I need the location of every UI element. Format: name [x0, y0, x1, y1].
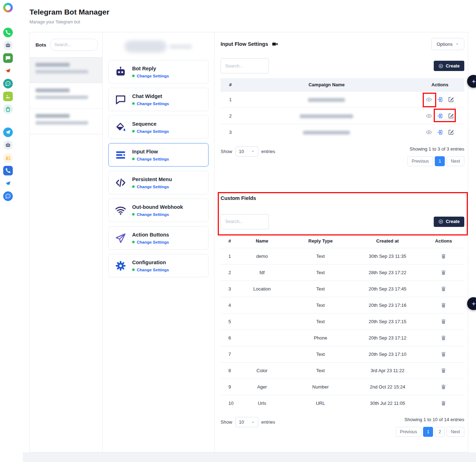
bot-icon[interactable]: [3, 140, 13, 150]
column-header[interactable]: Campaign Name: [238, 78, 416, 92]
reply-type-cell: URL: [289, 395, 352, 411]
change-settings-link[interactable]: Change Settings: [132, 185, 172, 189]
broadcast-icon[interactable]: [3, 179, 13, 188]
chat-app-icon[interactable]: [3, 191, 13, 201]
page-number-button[interactable]: 1: [435, 156, 445, 166]
view-icon[interactable]: [426, 97, 432, 103]
chatbot-icon[interactable]: [3, 40, 13, 50]
change-settings-link[interactable]: Change Settings: [132, 240, 169, 244]
delete-icon[interactable]: [440, 319, 447, 325]
created-at-cell: 3rd Apr 23 11:22: [352, 362, 423, 379]
options-button[interactable]: Options: [431, 38, 464, 50]
change-settings-link[interactable]: Change Settings: [132, 268, 169, 272]
edit-icon[interactable]: [448, 129, 454, 135]
ai-assistant-button[interactable]: [467, 75, 476, 88]
card-action-buttons[interactable]: Action Buttons Change Settings: [108, 226, 209, 250]
change-settings-link[interactable]: Change Settings: [132, 102, 169, 106]
campaign-name-cell: [238, 124, 416, 141]
card-configuration[interactable]: Configuration Change Settings: [108, 254, 209, 277]
blurred-campaign-name: [308, 98, 345, 102]
bot-list-item[interactable]: [30, 83, 102, 109]
campaign-row: 2: [221, 108, 464, 124]
card-sequence[interactable]: Sequence Change Settings: [108, 115, 209, 139]
campaign-table: # Campaign Name Actions: [221, 78, 464, 141]
column-header[interactable]: #: [221, 234, 235, 248]
ai-assistant-button[interactable]: [467, 297, 476, 310]
delete-icon[interactable]: [440, 286, 447, 292]
column-header[interactable]: Name: [235, 234, 289, 248]
edit-icon[interactable]: [448, 97, 454, 103]
next-page-button[interactable]: Next: [447, 427, 464, 437]
card-title: Persistent Menu: [132, 176, 172, 182]
previous-page-button[interactable]: Previous: [396, 427, 422, 437]
next-page-button[interactable]: Next: [447, 156, 464, 166]
column-header[interactable]: Actions: [423, 234, 464, 248]
delete-icon[interactable]: [440, 384, 447, 390]
page-number-button[interactable]: 1: [423, 427, 433, 437]
create-custom-field-button[interactable]: Create: [434, 217, 464, 227]
custom-fields-table: # Name Reply Type: [221, 234, 464, 412]
export-icon[interactable]: [437, 97, 443, 103]
show-label: Show: [221, 419, 232, 425]
delete-icon[interactable]: [440, 335, 447, 341]
shop-icon[interactable]: [3, 104, 13, 114]
export-icon[interactable]: [437, 129, 443, 135]
whatsapp-icon[interactable]: [3, 28, 13, 37]
change-settings-link[interactable]: Change Settings: [132, 212, 183, 217]
actions-cell: [423, 330, 464, 346]
delete-icon[interactable]: [440, 351, 447, 357]
delete-icon[interactable]: [440, 400, 447, 406]
delete-icon[interactable]: [440, 270, 447, 276]
app-logo-icon[interactable]: [3, 3, 13, 12]
page-size-select[interactable]: 10: [236, 146, 258, 157]
column-header[interactable]: Reply Type: [289, 234, 352, 248]
delete-icon[interactable]: [440, 302, 447, 308]
bot-list-item[interactable]: [30, 109, 102, 134]
page-number-button[interactable]: 2: [435, 427, 445, 437]
sparkle-icon: [471, 79, 476, 84]
create-campaign-button[interactable]: Create: [434, 61, 464, 71]
row-number: 7: [221, 346, 235, 362]
change-settings-link[interactable]: Change Settings: [132, 74, 169, 78]
previous-page-button[interactable]: Previous: [407, 156, 433, 166]
field-name-cell: Ager: [235, 379, 289, 395]
actions-cell: [423, 248, 464, 264]
edit-icon[interactable]: [448, 113, 454, 119]
card-input-flow[interactable]: Input Flow Change Settings: [108, 143, 209, 167]
page-size-select[interactable]: 10: [236, 417, 258, 427]
change-settings-link[interactable]: Change Settings: [132, 157, 169, 161]
card-bot-reply[interactable]: Bot Reply Change Settings: [108, 60, 209, 83]
card-chat-widget[interactable]: Chat Widget Change Settings: [108, 88, 209, 111]
created-at-cell: 20th Sep 23 17:12: [352, 330, 423, 346]
card-title: Out-bound Webhook: [132, 204, 183, 210]
gear-icon: [114, 259, 127, 272]
actions-cell: [423, 297, 464, 313]
custom-field-row: 7 Text 20th Sep 23 17:10: [221, 346, 464, 362]
bots-search-input[interactable]: [50, 39, 98, 51]
campaign-search-input[interactable]: [221, 58, 269, 74]
card-persistent-menu[interactable]: Persistent Menu Change Settings: [108, 171, 209, 194]
contacts-icon[interactable]: [3, 153, 13, 163]
page-title: Telegram Bot Manager: [29, 8, 109, 16]
media-icon[interactable]: [3, 92, 13, 101]
whatsapp-business-icon[interactable]: [3, 53, 13, 63]
campaign-pagination: Previous 1 Next: [407, 156, 464, 166]
delete-icon[interactable]: [440, 368, 447, 374]
export-icon[interactable]: [437, 113, 443, 119]
delete-icon[interactable]: [440, 253, 447, 259]
field-name-cell: [235, 346, 289, 362]
card-outbound-webhook[interactable]: Out-bound Webhook Change Settings: [108, 199, 209, 222]
telegram-campaign-icon[interactable]: [3, 66, 13, 76]
change-settings-link[interactable]: Change Settings: [132, 129, 169, 134]
telegram-icon[interactable]: [3, 127, 13, 137]
column-header[interactable]: Created at: [352, 234, 423, 248]
messenger-bot-icon[interactable]: [3, 79, 13, 88]
view-icon[interactable]: [426, 129, 432, 135]
column-header[interactable]: #: [221, 78, 238, 92]
bot-list-item[interactable]: [30, 58, 102, 83]
column-header[interactable]: Actions: [416, 78, 464, 92]
chevron-down-icon: [455, 42, 459, 46]
calls-icon[interactable]: [3, 166, 13, 175]
view-icon[interactable]: [426, 113, 432, 119]
custom-fields-search-input[interactable]: [221, 214, 269, 229]
